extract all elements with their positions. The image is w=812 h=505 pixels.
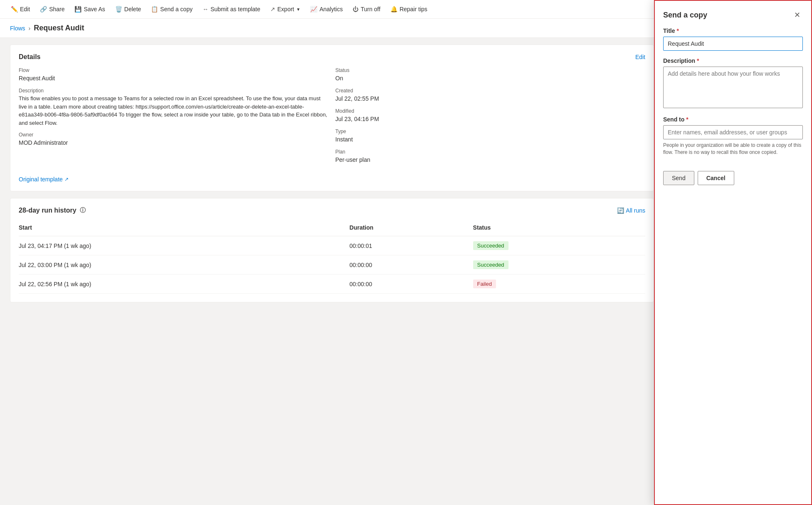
detail-owner: Owner MOD Administrator xyxy=(19,132,329,147)
owner-value: MOD Administrator xyxy=(19,139,329,147)
original-template-link[interactable]: Original template ↗ xyxy=(19,176,645,183)
panel-buttons: Send Cancel xyxy=(663,171,803,185)
toolbar-repair-tips-label: Repair tips xyxy=(400,6,427,12)
send-to-input[interactable] xyxy=(663,125,803,139)
detail-plan: Plan Per-user plan xyxy=(336,149,646,164)
toolbar-send-copy[interactable]: 📋 Send a copy xyxy=(147,3,197,15)
toolbar-save-as-label: Save As xyxy=(84,6,105,12)
description-label: Description xyxy=(19,88,329,94)
delete-icon: 🗑️ xyxy=(115,6,122,12)
turn-off-icon: ⏻ xyxy=(353,6,358,12)
run-status-1: Succeeded xyxy=(473,255,645,275)
type-label: Type xyxy=(336,129,646,134)
details-card-title: Details xyxy=(19,53,40,61)
share-icon: 🔗 xyxy=(40,6,47,12)
send-copy-panel: Send a copy ✕ Title * Description * Send… xyxy=(654,0,812,316)
send-button[interactable]: Send xyxy=(663,171,694,185)
analytics-icon: 📈 xyxy=(310,6,317,12)
description-required-star: * xyxy=(697,57,699,64)
refresh-icon: 🔄 xyxy=(617,207,624,214)
table-row: Jul 23, 04:17 PM (1 wk ago)00:00:01Succe… xyxy=(19,236,645,255)
toolbar-repair-tips[interactable]: 🔔 Repair tips xyxy=(386,3,432,15)
cancel-button[interactable]: Cancel xyxy=(698,171,734,185)
details-card-header: Details Edit xyxy=(19,53,645,61)
run-history-card: 28-day run history ⓘ 🔄 All runs Start Du… xyxy=(10,198,654,302)
title-input[interactable] xyxy=(663,37,803,51)
description-textarea[interactable] xyxy=(663,67,803,108)
panel-title: Send a copy xyxy=(663,11,707,20)
modified-label: Modified xyxy=(336,108,646,114)
flow-label: Flow xyxy=(19,67,329,73)
toolbar-turn-off[interactable]: ⏻ Turn off xyxy=(348,3,384,15)
submit-template-icon: ↔ xyxy=(202,6,208,12)
breadcrumb-parent[interactable]: Flows xyxy=(10,25,25,32)
status-label: Status xyxy=(336,67,646,73)
info-icon[interactable]: ⓘ xyxy=(80,207,86,214)
details-edit-link[interactable]: Edit xyxy=(635,54,645,60)
toolbar-edit-label: Edit xyxy=(20,6,30,12)
run-duration-1: 00:00:00 xyxy=(350,255,473,275)
detail-description: Description This flow enables you to pos… xyxy=(19,88,329,127)
run-duration-2: 00:00:00 xyxy=(350,275,473,294)
created-label: Created xyxy=(336,88,646,94)
detail-flow: Flow Request Audit xyxy=(19,67,329,83)
run-start-1: Jul 22, 03:00 PM (1 wk ago) xyxy=(19,255,350,275)
run-start-0: Jul 23, 04:17 PM (1 wk ago) xyxy=(19,236,350,255)
run-history-header: 28-day run history ⓘ 🔄 All runs xyxy=(19,207,645,214)
toolbar-export-label: Export xyxy=(277,6,294,12)
toolbar-turn-off-label: Turn off xyxy=(360,6,380,12)
description-value: This flow enables you to post a message … xyxy=(19,94,329,127)
export-icon: ↗ xyxy=(270,6,275,12)
type-value: Instant xyxy=(336,135,646,144)
toolbar-submit-template-label: Submit as template xyxy=(210,6,260,12)
original-template-label: Original template xyxy=(19,176,63,183)
run-status-0: Succeeded xyxy=(473,236,645,255)
toolbar-save-as[interactable]: 💾 Save As xyxy=(70,3,109,15)
status-badge: Succeeded xyxy=(473,260,508,269)
title-form-label: Title * xyxy=(663,27,803,34)
toolbar-delete[interactable]: 🗑️ Delete xyxy=(111,3,145,15)
plan-value: Per-user plan xyxy=(336,156,646,164)
breadcrumb-separator: › xyxy=(29,25,31,32)
title-form-group: Title * xyxy=(663,27,803,51)
toolbar-edit[interactable]: ✏️ Edit xyxy=(7,3,34,15)
send-to-form-group: Send to * People in your organization wi… xyxy=(663,116,803,156)
run-start-2: Jul 22, 02:56 PM (1 wk ago) xyxy=(19,275,350,294)
table-row: Jul 22, 03:00 PM (1 wk ago)00:00:00Succe… xyxy=(19,255,645,275)
run-status-2: Failed xyxy=(473,275,645,294)
col-start: Start xyxy=(19,221,350,236)
detail-modified: Modified Jul 23, 04:16 PM xyxy=(336,108,646,124)
repair-tips-icon: 🔔 xyxy=(390,6,397,12)
send-to-hint: People in your organization will be able… xyxy=(663,142,803,156)
modified-value: Jul 23, 04:16 PM xyxy=(336,115,646,124)
toolbar-share[interactable]: 🔗 Share xyxy=(36,3,69,15)
panel-close-button[interactable]: ✕ xyxy=(791,9,803,21)
left-panel: Details Edit Flow Request Audit Descript… xyxy=(10,45,654,309)
run-history-title-group: 28-day run history ⓘ xyxy=(19,207,86,214)
breadcrumb-current: Request Audit xyxy=(34,24,84,32)
run-table-header-row: Start Duration Status xyxy=(19,221,645,236)
save-as-icon: 💾 xyxy=(74,6,81,12)
owner-label: Owner xyxy=(19,132,329,138)
toolbar-analytics-label: Analytics xyxy=(319,6,343,12)
panel-header: Send a copy ✕ xyxy=(663,9,803,21)
toolbar-share-label: Share xyxy=(49,6,64,12)
toolbar-submit-template[interactable]: ↔ Submit as template xyxy=(198,3,264,15)
details-grid: Flow Request Audit Description This flow… xyxy=(19,67,645,169)
all-runs-label: All runs xyxy=(626,207,645,214)
toolbar-send-copy-label: Send a copy xyxy=(160,6,193,12)
toolbar-analytics[interactable]: 📈 Analytics xyxy=(306,3,347,15)
all-runs-link[interactable]: 🔄 All runs xyxy=(617,207,645,214)
table-row: Jul 22, 02:56 PM (1 wk ago)00:00:00Faile… xyxy=(19,275,645,294)
run-duration-0: 00:00:01 xyxy=(350,236,473,255)
flow-value: Request Audit xyxy=(19,74,329,83)
description-form-group: Description * xyxy=(663,57,803,109)
detail-type: Type Instant xyxy=(336,129,646,144)
export-chevron-icon: ▼ xyxy=(296,7,300,12)
toolbar-export[interactable]: ↗ Export ▼ xyxy=(266,3,304,15)
description-form-label: Description * xyxy=(663,57,803,64)
created-value: Jul 22, 02:55 PM xyxy=(336,94,646,103)
external-link-icon: ↗ xyxy=(64,176,69,182)
title-required-star: * xyxy=(677,27,679,34)
detail-created: Created Jul 22, 02:55 PM xyxy=(336,88,646,103)
